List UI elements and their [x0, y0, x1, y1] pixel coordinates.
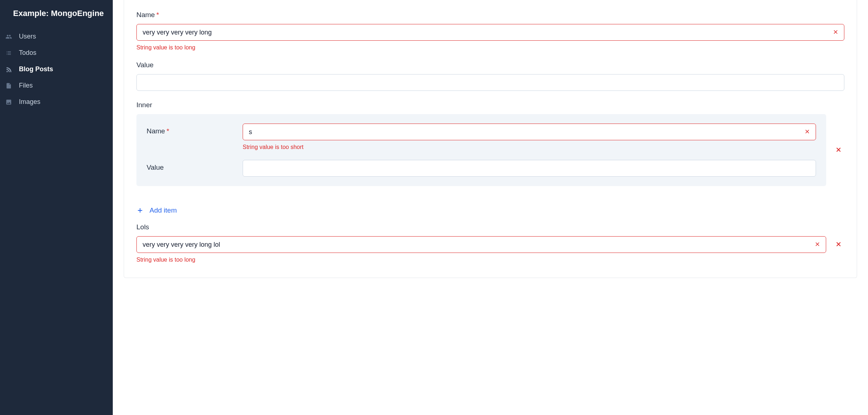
sidebar-item-label: Todos	[19, 49, 36, 57]
name-input-wrap	[136, 24, 844, 41]
sidebar-item-label: Blog Posts	[19, 65, 53, 73]
main-content: Name* String value is too long Value Inn…	[113, 0, 868, 415]
plus-icon	[136, 207, 144, 214]
image-icon	[5, 98, 12, 106]
rss-icon	[5, 66, 12, 73]
inner-value-label: Value	[147, 160, 234, 172]
name-input[interactable]	[136, 24, 844, 41]
close-icon	[835, 241, 842, 249]
sidebar-item-todos[interactable]: Todos	[0, 45, 113, 61]
field-inner: Inner Name*	[136, 101, 844, 186]
inner-panel-row: Name* String value i	[136, 114, 844, 186]
inner-value-input[interactable]	[243, 160, 816, 177]
lols-label: Lols	[136, 223, 844, 231]
value-input-wrap	[136, 74, 844, 91]
name-error: String value is too long	[136, 44, 844, 51]
close-icon	[835, 146, 842, 154]
inner-name-label: Name*	[147, 124, 234, 135]
name-label: Name*	[136, 11, 844, 19]
required-asterisk: *	[156, 11, 159, 19]
sidebar-item-blog-posts[interactable]: Blog Posts	[0, 61, 113, 77]
delete-inner-button[interactable]	[833, 144, 844, 156]
add-item-button[interactable]: Add item	[136, 206, 177, 214]
sidebar-item-label: Users	[19, 33, 36, 40]
sidebar-item-label: Images	[19, 98, 40, 106]
form-card: Name* String value is too long Value Inn…	[124, 0, 857, 278]
inner-label: Inner	[136, 101, 844, 109]
clear-inner-name-button[interactable]	[802, 127, 812, 137]
inner-name-row: Name* String value i	[147, 124, 816, 150]
sidebar-item-users[interactable]: Users	[0, 28, 113, 45]
add-item-label: Add item	[150, 206, 177, 214]
clear-name-button[interactable]	[831, 27, 841, 37]
lols-error: String value is too long	[136, 257, 844, 263]
lols-input[interactable]	[136, 236, 826, 253]
delete-lols-button[interactable]	[833, 239, 844, 250]
sidebar-item-files[interactable]: Files	[0, 77, 113, 94]
close-icon	[804, 128, 810, 136]
inner-value-control	[243, 160, 816, 177]
clear-lols-button[interactable]	[812, 239, 823, 250]
inner-name-error: String value is too short	[243, 144, 816, 150]
inner-name-input[interactable]	[243, 124, 816, 140]
sidebar-item-label: Files	[19, 82, 33, 89]
value-input[interactable]	[136, 74, 844, 91]
app-title: Example: MongoEngine	[0, 4, 113, 28]
field-lols: Lols	[136, 223, 844, 263]
sidebar: Example: MongoEngine Users Todos Blog Po…	[0, 0, 113, 415]
inner-panel: Name* String value i	[136, 114, 826, 186]
value-label: Value	[136, 61, 844, 69]
list-icon	[5, 49, 12, 57]
inner-value-row: Value	[147, 160, 816, 177]
close-icon	[833, 28, 839, 37]
users-icon	[5, 33, 12, 40]
file-icon	[5, 82, 12, 89]
field-value: Value	[136, 61, 844, 91]
inner-name-control: String value is too short	[243, 124, 816, 150]
label-text: Name	[136, 11, 155, 19]
sidebar-item-images[interactable]: Images	[0, 94, 113, 110]
close-icon	[815, 241, 820, 249]
nav-list: Users Todos Blog Posts Files Images	[0, 28, 113, 110]
required-asterisk: *	[167, 127, 169, 135]
field-name: Name* String value is too long	[136, 11, 844, 51]
label-text: Name	[147, 127, 165, 135]
lols-row	[136, 236, 844, 253]
